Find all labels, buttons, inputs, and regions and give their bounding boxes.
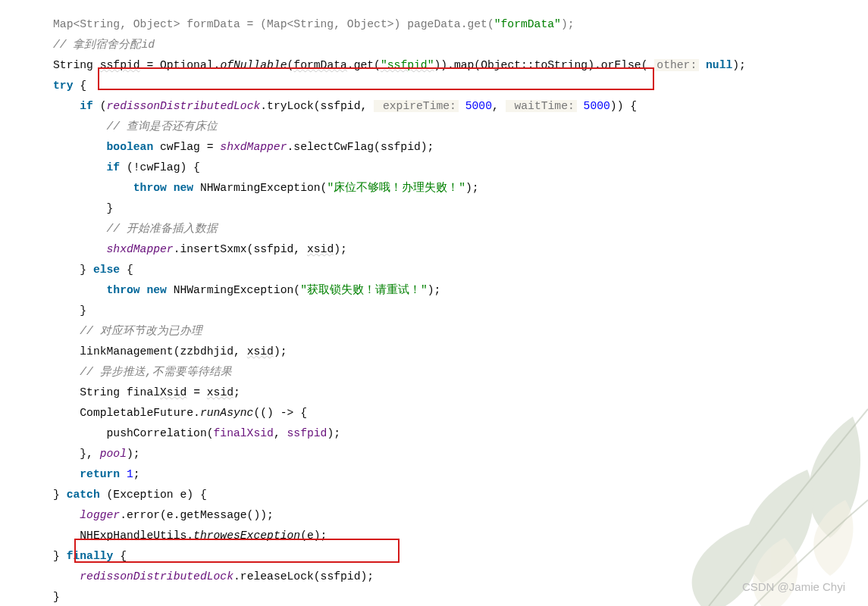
code-line: } (53, 591, 60, 603)
code-line: } (107, 202, 114, 214)
code-line: } else { (80, 264, 133, 276)
code-line: linkManagement(zzbdhjid, xsid); (80, 345, 287, 358)
code-line: Map<String, Object> formData = (Map<Stri… (53, 18, 575, 30)
code-line: return 1; (80, 468, 139, 480)
code-line: throw new NHWarmingException("获取锁失败！请重试！… (107, 284, 441, 296)
code-comment: // 对应环节改为已办理 (80, 325, 202, 337)
code-line: shxdMapper.insertSxmx(ssfpid, xsid); (107, 243, 347, 255)
code-comment: // 开始准备插入数据 (107, 223, 218, 235)
code-line: String finalXsid = xsid; (80, 386, 240, 398)
code-line: pushCorrelation(finalXsid, ssfpid); (107, 427, 341, 439)
code-line: redissonDistributedLock.releaseLock(ssfp… (80, 570, 374, 583)
code-line: throw new NHWarmingException("床位不够哦！办理失败… (133, 182, 479, 194)
code-line: try { (53, 80, 86, 92)
code-line: if (redissonDistributedLock.tryLock(ssfp… (80, 100, 637, 112)
code-line: if (!cwFlag) { (107, 161, 200, 173)
code-line: boolean cwFlag = shxdMapper.selectCwFlag… (107, 141, 434, 153)
code-comment: // 异步推送,不需要等待结果 (80, 366, 231, 378)
code-editor: Map<String, Object> formData = (Map<Stri… (0, 0, 868, 606)
code-line: String ssfpid = Optional.ofNullable(form… (53, 59, 746, 71)
code-comment: // 查询是否还有床位 (107, 120, 218, 133)
code-line: } finally { (53, 550, 127, 562)
code-line: } (80, 305, 86, 317)
code-line: CompletableFuture.runAsync(() -> { (80, 407, 307, 419)
code-line: logger.error(e.getMessage()); (80, 509, 274, 521)
code-line: } catch (Exception e) { (53, 489, 207, 501)
code-line: }, pool); (80, 448, 139, 460)
code-line: NHExpHandleUtils.throwesException(e); (80, 529, 327, 542)
watermark-text: CSDN @Jamie Chyi (742, 576, 845, 597)
code-comment: // 拿到宿舍分配id (53, 39, 155, 51)
